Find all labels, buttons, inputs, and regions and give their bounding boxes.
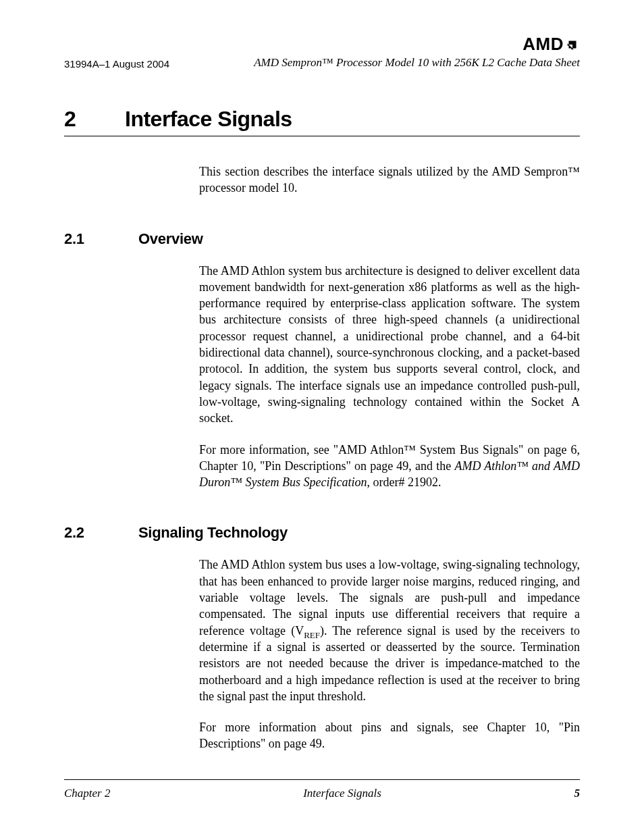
paragraph: The AMD Athlon system bus uses a low-vol… — [199, 556, 580, 704]
section-body: The AMD Athlon system bus uses a low-vol… — [199, 556, 580, 766]
section-heading: 2.2 Signaling Technology — [64, 524, 580, 542]
section-heading: 2.1 Overview — [64, 230, 580, 248]
chapter-title: Interface Signals — [125, 107, 292, 132]
section-number: 2.1 — [64, 230, 138, 248]
doc-id: 31994A–1 August 2004 — [64, 58, 169, 70]
paragraph: For more information, see "AMD Athlon™ S… — [199, 442, 580, 491]
page: 31994A–1 August 2004 AMD AMD Sempron™ Pr… — [0, 0, 644, 834]
paragraph: For more information about pins and sign… — [199, 719, 580, 752]
amd-logo: AMD — [522, 34, 580, 55]
section-body: The AMD Athlon system bus architecture i… — [199, 263, 580, 506]
section-number: 2.2 — [64, 524, 138, 542]
section-title: Overview — [138, 230, 203, 248]
spacer — [64, 767, 580, 773]
chapter-intro: This section describes the interface sig… — [199, 163, 580, 197]
footer-center: Interface Signals — [303, 787, 381, 800]
chapter-intro-block: This section describes the interface sig… — [199, 163, 580, 211]
footer-left: Chapter 2 — [64, 787, 110, 800]
chapter-number: 2 — [64, 107, 125, 132]
doc-title: AMD Sempron™ Processor Model 10 with 256… — [254, 56, 580, 70]
section-title: Signaling Technology — [138, 524, 288, 542]
footer-page-number: 5 — [574, 787, 581, 800]
paragraph: The AMD Athlon system bus architecture i… — [199, 263, 580, 427]
header-right: AMD AMD Sempron™ Processor Model 10 with… — [254, 34, 580, 70]
page-footer: Chapter 2 Interface Signals 5 — [64, 779, 580, 800]
logo-text: AMD — [522, 34, 564, 55]
chapter-heading: 2 Interface Signals — [64, 107, 580, 136]
page-header: 31994A–1 August 2004 AMD AMD Sempron™ Pr… — [64, 34, 580, 70]
amd-arrow-icon — [565, 37, 580, 52]
